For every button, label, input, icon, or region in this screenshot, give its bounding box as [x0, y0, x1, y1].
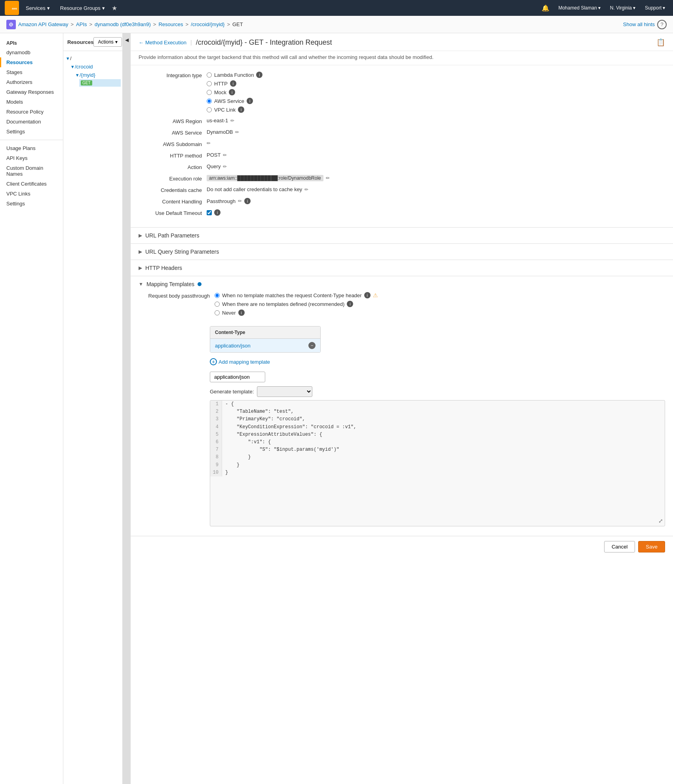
http-info-icon[interactable]: i — [230, 80, 236, 87]
sidebar-item-api-keys[interactable]: API Keys — [0, 153, 63, 163]
mapping-templates-section: ▼ Mapping Templates Request body passthr… — [131, 276, 673, 536]
sidebar-item-custom-domain-names[interactable]: Custom Domain Names — [0, 163, 63, 179]
aws-region-edit-icon[interactable]: ✏ — [230, 118, 234, 123]
bell-icon[interactable]: 🔔 — [539, 3, 552, 13]
radio-aws-service[interactable]: AWS Service i — [207, 98, 262, 104]
passthrough-2-info-icon[interactable]: i — [347, 301, 353, 307]
mapping-templates-header[interactable]: ▼ Mapping Templates — [131, 276, 673, 292]
resource-node-myid[interactable]: ▾ /{myid} — [74, 71, 121, 79]
sidebar-item-settings[interactable]: Settings — [0, 127, 63, 137]
sidebar-item-client-certificates[interactable]: Client Certificates — [0, 179, 63, 189]
resource-node-crocoid[interactable]: ▾ /crocoid — [70, 63, 121, 71]
aws-service-info-icon[interactable]: i — [247, 98, 253, 104]
passthrough-option-1[interactable]: When no template matches the request Con… — [215, 292, 378, 298]
show-all-hints-button[interactable]: Show all hints — [623, 21, 655, 27]
main-layout: APIs dynamodb Resources Stages Authorize… — [0, 33, 673, 784]
use-default-timeout-info-icon[interactable]: i — [214, 209, 221, 216]
passthrough-option-2[interactable]: When there are no templates defined (rec… — [215, 301, 378, 307]
radio-http[interactable]: HTTP i — [207, 80, 262, 87]
breadcrumb-gateway[interactable]: Amazon API Gateway — [18, 21, 68, 27]
breadcrumb-path[interactable]: /crocoid/{myid} — [191, 21, 224, 27]
get-badge: GET — [81, 80, 92, 85]
content-handling-edit-icon[interactable]: ✏ — [238, 198, 242, 204]
sidebar-divider — [0, 140, 63, 140]
lambda-info-icon[interactable]: i — [256, 72, 262, 78]
cancel-button[interactable]: Cancel — [604, 541, 635, 552]
sidebar-item-gateway-responses[interactable]: Gateway Responses — [0, 87, 63, 97]
sidebar-item-documentation[interactable]: Documentation — [0, 117, 63, 127]
use-default-timeout-checkbox[interactable] — [207, 210, 212, 215]
expand-icon[interactable]: ⤢ — [658, 518, 663, 524]
radio-vpc-link[interactable]: VPC Link i — [207, 106, 262, 113]
credentials-cache-value: Do not add caller credentials to cache k… — [207, 186, 308, 192]
code-line-1: 1 - { — [210, 401, 665, 408]
breadcrumb-api-name[interactable]: dynamodb (df0e3h9an9) — [95, 21, 151, 27]
aws-service-value: DynamoDB ✏ — [207, 129, 239, 135]
code-editor[interactable]: 1 - { 2 "TableName": "test", 3 "PrimaryK… — [210, 400, 665, 526]
credentials-cache-row: Credentials cache Do not add caller cred… — [139, 186, 665, 193]
resource-node-root[interactable]: ▾ / — [65, 54, 121, 63]
http-method-edit-icon[interactable]: ✏ — [223, 152, 227, 158]
support-menu[interactable]: Support ▾ — [642, 4, 668, 12]
aws-service-edit-icon[interactable]: ✏ — [235, 129, 239, 135]
region-menu[interactable]: N. Virginia ▾ — [607, 4, 639, 12]
radio-mock[interactable]: Mock i — [207, 89, 262, 95]
integration-type-section: Integration type Lambda Function i HTTP … — [131, 65, 673, 227]
resource-node-get[interactable]: GET — [79, 79, 121, 87]
content-type-row-1[interactable]: application/json − — [210, 339, 320, 352]
services-button[interactable]: Services ▾ — [22, 3, 53, 13]
sidebar-item-resources[interactable]: Resources — [0, 57, 63, 67]
action-edit-icon[interactable]: ✏ — [223, 164, 227, 169]
code-line-3: 3 "PrimaryKey": "crocoid", — [210, 416, 665, 423]
code-expand-area: ⤢ — [210, 516, 665, 526]
vpc-link-info-icon[interactable]: i — [238, 106, 244, 113]
breadcrumb-resources[interactable]: Resources — [158, 21, 183, 27]
url-path-header[interactable]: ▶ URL Path Parameters — [131, 228, 673, 243]
collapse-panel-button[interactable]: ◀ — [123, 33, 131, 784]
breadcrumb-bar: Amazon API Gateway > APIs > dynamodb (df… — [0, 16, 673, 33]
template-input[interactable] — [210, 372, 265, 382]
content-handling-info-icon[interactable]: i — [244, 198, 251, 204]
generate-template-select[interactable] — [257, 386, 312, 397]
code-line-2: 2 "TableName": "test", — [210, 408, 665, 416]
method-execution-link[interactable]: ← Method Execution — [139, 40, 186, 46]
aws-region-row: AWS Region us-east-1 ✏ — [139, 118, 665, 124]
breadcrumb-apis[interactable]: APIs — [76, 21, 87, 27]
content-header: ← Method Execution | /crocoid/{myid} - G… — [131, 33, 673, 51]
passthrough-3-info-icon[interactable]: i — [238, 309, 245, 316]
execution-role-edit-icon[interactable]: ✏ — [326, 175, 330, 181]
credentials-cache-edit-icon[interactable]: ✏ — [304, 187, 308, 192]
content-area: ← Method Execution | /crocoid/{myid} - G… — [131, 33, 673, 784]
delete-content-type-button[interactable]: − — [308, 342, 316, 349]
resource-groups-button[interactable]: Resource Groups ▾ — [57, 3, 108, 13]
aws-subdomain-row: AWS Subdomain ✏ — [139, 140, 665, 147]
help-button[interactable]: ? — [657, 20, 667, 29]
content-type-header: Content-Type — [210, 327, 320, 339]
save-button[interactable]: Save — [638, 541, 665, 552]
sidebar-item-dynamodb[interactable]: dynamodb — [0, 47, 63, 57]
sidebar-item-usage-plans[interactable]: Usage Plans — [0, 143, 63, 153]
url-query-header[interactable]: ▶ URL Query String Parameters — [131, 244, 673, 260]
aws-logo: aws — [5, 1, 19, 15]
user-menu[interactable]: Mohamed Slaman ▾ — [555, 4, 603, 12]
code-line-9: 9 } — [210, 461, 665, 469]
sidebar-item-stages[interactable]: Stages — [0, 67, 63, 77]
notebook-icon[interactable]: 📋 — [656, 38, 665, 47]
sidebar-item-models[interactable]: Models — [0, 97, 63, 107]
aws-region-label: AWS Region — [139, 118, 202, 124]
sidebar-item-settings-top[interactable]: Settings — [0, 199, 63, 209]
actions-button[interactable]: Actions ▾ — [93, 37, 122, 47]
sidebar-item-authorizers[interactable]: Authorizers — [0, 77, 63, 87]
passthrough-1-info-icon[interactable]: i — [364, 292, 371, 298]
add-circle-icon: + — [210, 358, 217, 365]
sidebar-item-resource-policy[interactable]: Resource Policy — [0, 107, 63, 117]
sidebar-item-vpc-links[interactable]: VPC Links — [0, 189, 63, 199]
mock-info-icon[interactable]: i — [229, 89, 235, 95]
http-headers-header[interactable]: ▶ HTTP Headers — [131, 260, 673, 276]
credentials-cache-label: Credentials cache — [139, 186, 202, 193]
radio-lambda[interactable]: Lambda Function i — [207, 72, 262, 78]
passthrough-option-3[interactable]: Never i — [215, 309, 378, 316]
aws-subdomain-edit-icon[interactable]: ✏ — [207, 140, 211, 146]
execution-role-row: Execution role arn:aws:iam::████████████… — [139, 175, 665, 182]
add-mapping-template-button[interactable]: + Add mapping template — [210, 357, 270, 367]
